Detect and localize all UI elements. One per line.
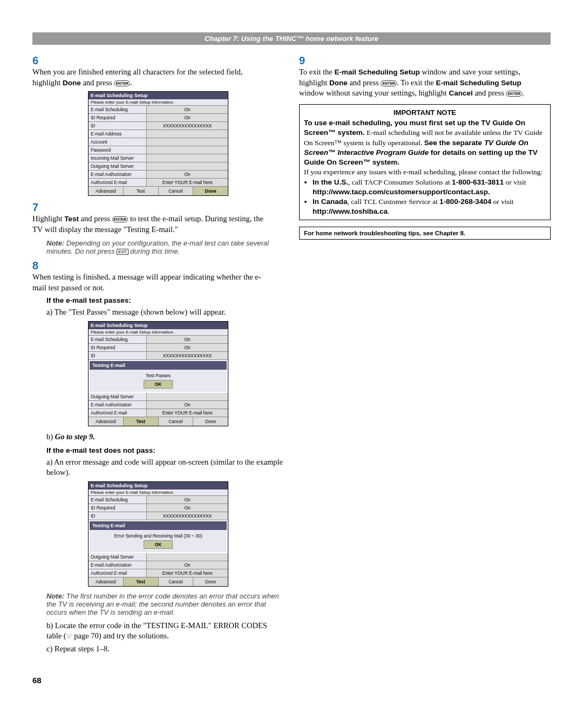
email-setup-dialog-1: E-mail Scheduling Setup Please enter you… (88, 91, 228, 196)
advanced-button[interactable]: Advanced (89, 577, 124, 586)
fail-a: a) An error message and code will appear… (46, 457, 284, 478)
troubleshooting-tips-box: For home network troubleshooting tips, s… (299, 227, 551, 240)
test-passes-heading: If the e-mail test passes: (46, 296, 131, 304)
test-label: Test (64, 215, 79, 223)
pointer-icon: ☞ (66, 632, 72, 640)
important-note-title: IMPORTANT NOTE (304, 108, 546, 118)
testing-email-modal-title: Testing E-mail (90, 361, 227, 370)
step-number: 6 (32, 55, 46, 67)
note-1: Note: Depending on your configuration, t… (46, 239, 284, 255)
step-7: 7 Highlight Test and press ENTER to test… (32, 201, 284, 235)
page-number: 68 (32, 676, 551, 685)
step-number: 8 (32, 260, 46, 272)
done-button[interactable]: Done (193, 577, 228, 586)
cancel-button[interactable]: Cancel (159, 577, 194, 586)
enter-icon: ENTER (114, 80, 130, 86)
bullet-canada: In Canada, call TCL Customer Service at … (313, 197, 546, 216)
advanced-button[interactable]: Advanced (89, 417, 124, 426)
ok-button[interactable]: OK (144, 540, 173, 549)
error-message: Error Sending and Receiving Mail (30 ~ 3… (93, 533, 223, 539)
dialog-subtitle: Please enter your E-mail Setup Informati… (89, 99, 228, 106)
chapter-header: Chapter 7: Using the THINC™ home network… (32, 32, 551, 45)
pass-b: b) Go to step 9. (46, 432, 284, 443)
exit-icon: EXIT (117, 249, 128, 255)
email-setup-dialog-3: E-mail Scheduling Setup Please enter you… (88, 481, 228, 587)
step-8: 8 When testing is finished, a message wi… (32, 260, 284, 293)
testing-email-modal-title: Testing E-mail (90, 521, 227, 530)
test-button[interactable]: Test (124, 417, 159, 426)
ok-button[interactable]: OK (144, 380, 173, 389)
fail-c: c) Repeat steps 1–8. (46, 644, 284, 655)
test-button[interactable]: Test (124, 577, 159, 586)
note-2: Note: The first number in the error code… (46, 592, 284, 616)
dialog-title: E-mail Scheduling Setup (89, 92, 228, 99)
fail-b: b) Locate the error code in the "TESTING… (46, 621, 284, 642)
enter-icon: ENTER (506, 91, 522, 97)
pass-a: a) The "Test Passes" message (shown belo… (46, 307, 284, 318)
enter-icon: ENTER (112, 216, 128, 222)
dialog-button-row: Advanced Test Cancel Done (89, 187, 228, 195)
step-number: 7 (32, 201, 46, 214)
enter-icon: ENTER (381, 80, 397, 86)
cancel-button[interactable]: Cancel (159, 187, 194, 195)
step-6-text: When you are finished entering all chara… (32, 67, 269, 88)
step-6: 6 When you are finished entering all cha… (32, 55, 284, 88)
test-passes-message: Test Passes (93, 373, 223, 378)
right-column: 9 To exit the E-mail Scheduling Setup wi… (299, 55, 551, 654)
step-number: 9 (299, 55, 313, 67)
email-setup-dialog-2: E-mail Scheduling Setup Please enter you… (88, 321, 228, 426)
left-column: 6 When you are finished entering all cha… (32, 55, 284, 654)
test-button[interactable]: Test (124, 187, 159, 195)
test-fails-heading: If the e-mail test does not pass: (46, 446, 155, 454)
done-label: Done (63, 79, 81, 87)
cancel-button[interactable]: Cancel (159, 417, 194, 426)
step-9: 9 To exit the E-mail Scheduling Setup wi… (299, 55, 551, 99)
important-note-box: IMPORTANT NOTE To use e-mail scheduling,… (299, 104, 551, 221)
done-button[interactable]: Done (193, 417, 228, 426)
bullet-us: In the U.S., call TACP Consumer Solution… (313, 178, 546, 197)
done-button[interactable]: Done (193, 187, 228, 195)
advanced-button[interactable]: Advanced (89, 187, 124, 195)
